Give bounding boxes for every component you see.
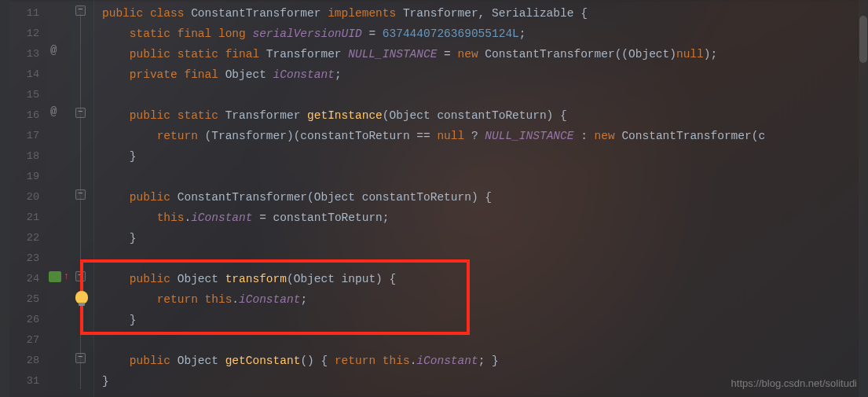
line-number[interactable]: 27 xyxy=(9,330,47,351)
line-number[interactable]: 31 xyxy=(9,371,47,391)
fold-toggle-icon[interactable] xyxy=(75,353,86,363)
line-number[interactable]: 23 xyxy=(9,248,47,269)
code-line[interactable]: public Object getConstant() { return thi… xyxy=(102,351,868,371)
code-line[interactable]: public class ConstantTransformer impleme… xyxy=(102,3,868,24)
override-marker-icon[interactable]: @ xyxy=(50,105,57,118)
code-line[interactable]: public static final Transformer NULL_INS… xyxy=(102,44,868,64)
fold-guide-line xyxy=(80,11,81,389)
code-line[interactable] xyxy=(102,330,868,351)
override-marker-icon[interactable]: @ xyxy=(50,44,57,57)
code-line[interactable] xyxy=(102,167,868,187)
line-number[interactable]: 18 xyxy=(9,146,47,167)
code-line[interactable]: } xyxy=(102,228,868,248)
watermark-text: https://blog.csdn.net/solitudi xyxy=(731,377,857,389)
fold-column[interactable] xyxy=(71,0,94,397)
code-line[interactable]: this.iConstant = constantToReturn; xyxy=(102,208,868,228)
line-number[interactable]: 21 xyxy=(9,208,47,228)
scrollbar-thumb[interactable] xyxy=(859,16,867,63)
line-number[interactable]: 12 xyxy=(9,24,47,44)
line-number[interactable]: 20 xyxy=(9,187,47,208)
code-line[interactable] xyxy=(102,248,868,269)
code-line[interactable] xyxy=(102,85,868,105)
line-number[interactable]: 25 xyxy=(9,289,47,310)
scrollbar-track[interactable] xyxy=(859,0,868,397)
gutter-markers: @ @ xyxy=(47,0,71,397)
line-number-gutter[interactable]: 11 12 13 14 15 16 17 18 19 20 21 22 23 2… xyxy=(9,0,47,397)
line-number[interactable]: 24 xyxy=(9,269,47,289)
line-number[interactable]: 15 xyxy=(9,85,47,105)
line-number[interactable]: 13 xyxy=(9,44,47,64)
line-number[interactable]: 22 xyxy=(9,228,47,248)
line-number[interactable]: 28 xyxy=(9,351,47,371)
code-line[interactable]: static final long serialVersionUID = 637… xyxy=(102,24,868,44)
code-line[interactable]: } xyxy=(102,146,868,167)
code-area[interactable]: public class ConstantTransformer impleme… xyxy=(94,0,868,397)
line-number[interactable]: 11 xyxy=(9,3,47,24)
line-number[interactable]: 26 xyxy=(9,310,47,330)
fold-toggle-icon[interactable] xyxy=(75,6,86,16)
vcs-change-marker-icon[interactable] xyxy=(49,271,61,282)
line-number[interactable]: 14 xyxy=(9,64,47,85)
fold-toggle-icon[interactable] xyxy=(75,189,86,200)
code-line[interactable]: return this.iConstant; xyxy=(102,289,868,310)
selection-highlight xyxy=(0,86,9,106)
code-line[interactable]: public static Transformer getInstance(Ob… xyxy=(102,105,868,126)
code-line[interactable]: } xyxy=(102,310,868,330)
code-line[interactable]: private final Object iConstant; xyxy=(102,64,868,85)
fold-toggle-icon[interactable] xyxy=(75,108,86,118)
code-line[interactable]: public ConstantTransformer(Object consta… xyxy=(102,187,868,208)
line-number[interactable]: 17 xyxy=(9,126,47,146)
line-number[interactable]: 16 xyxy=(9,105,47,126)
code-line[interactable]: return (Transformer)(constantToReturn ==… xyxy=(102,126,868,146)
code-line[interactable]: public Object transform(Object input) { xyxy=(102,269,868,289)
code-editor: 11 12 13 14 15 16 17 18 19 20 21 22 23 2… xyxy=(0,0,868,397)
fold-toggle-icon[interactable] xyxy=(75,271,86,281)
line-number[interactable]: 19 xyxy=(9,167,47,187)
intention-bulb-icon[interactable] xyxy=(75,291,88,303)
gutter-strip xyxy=(0,0,9,397)
